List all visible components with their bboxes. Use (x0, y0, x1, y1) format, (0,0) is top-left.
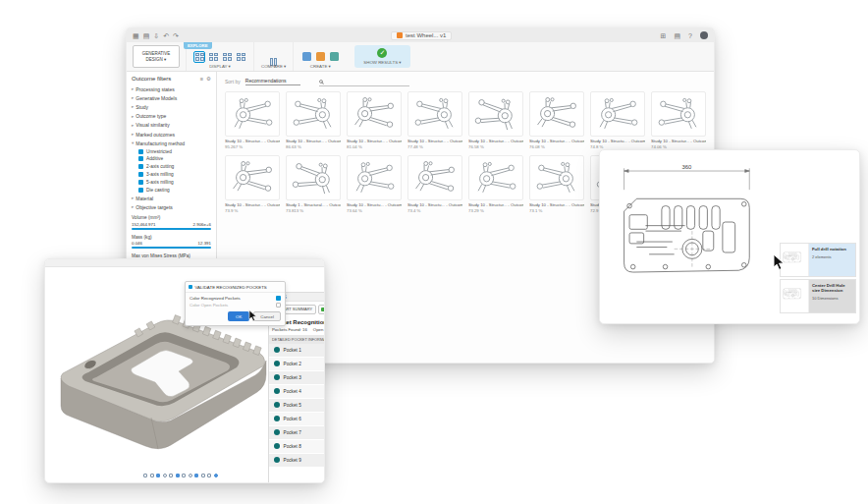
checkbox-checked[interactable] (276, 296, 281, 301)
filter-check-die-casting[interactable]: Die casting (132, 186, 211, 194)
outcome-card[interactable]: Study 10 - Structur... - Outcome 47 76.0… (529, 91, 584, 149)
outcome-card[interactable]: Study 10 - Structur... - Outcome 42 81.0… (347, 91, 402, 149)
display-list-view-icon[interactable] (207, 51, 219, 63)
display-chart-view-icon[interactable] (221, 51, 233, 63)
show-results-button[interactable]: ✓ SHOW RESULTS ▾ (354, 45, 409, 68)
create-table-icon[interactable] (328, 51, 340, 63)
view-navigation-bar[interactable] (143, 474, 218, 477)
filter-item-manufacturing-method[interactable]: ▾Manufacturing method (132, 139, 211, 147)
app-grid-icon[interactable]: ▦ (133, 32, 139, 39)
avatar[interactable] (700, 31, 708, 39)
outcome-card[interactable]: Study 10 - Structu... - Outcome 34 73.64… (347, 155, 402, 213)
checkbox[interactable] (138, 180, 143, 185)
display-group-label[interactable]: DISPLAY ▾ (209, 64, 231, 69)
validate-pockets-dialog[interactable]: VALIDATE RECOGNIZED POCKETS Color Recogn… (185, 281, 286, 326)
workspace-switcher[interactable]: GENERATIVE DESIGN ▾ (133, 45, 180, 68)
file-icon[interactable]: ▤ (143, 32, 150, 39)
filter-slider-volume[interactable]: Volume (mm³) 152,464.9712.906e+6 (132, 215, 211, 230)
document-tab[interactable]: test Wheel... v1 (391, 31, 452, 40)
outcome-thumbnail[interactable] (529, 91, 584, 137)
save-icon[interactable]: ⇩ (153, 32, 159, 39)
outcome-card[interactable]: Study 10 - Structur... - Outcome 48 73.1… (529, 155, 584, 213)
orbit-icon[interactable] (143, 474, 147, 477)
outcome-card[interactable]: Study 10 - Structur... - Outcome 26 73.2… (468, 155, 523, 213)
outcome-thumbnail[interactable] (651, 91, 706, 137)
checkbox[interactable] (138, 156, 143, 161)
checkbox[interactable] (138, 172, 143, 177)
ground-plane-icon[interactable] (207, 474, 211, 477)
display-grid-view-icon[interactable] (193, 51, 205, 63)
filter-item-objective-targets[interactable]: ▸Objective targets (132, 202, 211, 211)
filter-check-unrestricted[interactable]: Unrestricted (132, 147, 211, 155)
range-slider[interactable] (132, 228, 211, 230)
filter-item-processing-states[interactable]: ▸Processing states (132, 84, 211, 93)
pocket-row[interactable]: Pocket 8 (269, 440, 324, 454)
create-design-icon[interactable] (300, 51, 312, 63)
outcome-thumbnail[interactable] (407, 91, 462, 137)
pocket-row[interactable]: Pocket 2 (269, 358, 324, 371)
outcome-thumbnail[interactable] (286, 91, 341, 137)
pocket-row[interactable]: Pocket 4 (269, 385, 324, 399)
pocket-row[interactable]: Pocket 1 (269, 344, 324, 358)
display-table-view-icon[interactable] (235, 51, 246, 63)
filter-check-additive[interactable]: Additive (132, 155, 211, 163)
outcome-thumbnail[interactable] (286, 155, 341, 200)
checkbox[interactable] (138, 149, 143, 154)
extensions-icon[interactable]: ⊞ (661, 32, 667, 39)
outcome-thumbnail[interactable] (529, 155, 584, 200)
effects-icon[interactable] (214, 474, 218, 477)
filter-check-3axis[interactable]: 3-axis milling (132, 171, 211, 179)
look-at-icon[interactable] (150, 474, 154, 477)
filter-item-generative-models[interactable]: ▸Generative Models (132, 93, 211, 102)
grid-settings-icon[interactable] (182, 474, 186, 477)
tab-explore[interactable]: EXPLORE (184, 42, 212, 49)
filter-list-icon[interactable]: ≡ (200, 76, 203, 82)
ok-button[interactable]: OK (228, 311, 249, 321)
zoom-icon[interactable] (163, 474, 167, 477)
checkbox[interactable] (138, 164, 143, 169)
outcome-card[interactable]: Study 10 - Structu... - Outcome 40 74.8 … (590, 91, 645, 149)
range-slider[interactable] (132, 247, 211, 249)
visual-style-icon[interactable] (194, 474, 198, 477)
suggestion-card-drill[interactable]: Full drill notation 2 elements (780, 243, 856, 277)
filter-slider-mass[interactable]: Mass (kg) 0.04612.391 (132, 235, 211, 250)
filter-item-study[interactable]: ▸Study (132, 102, 211, 111)
fit-icon[interactable] (169, 474, 173, 477)
job-status-icon[interactable]: ▤ (674, 32, 680, 39)
outcome-thumbnail[interactable] (347, 91, 402, 137)
tab-pocket-details[interactable]: POCKET DETAILS (318, 305, 324, 314)
outcome-thumbnail[interactable] (468, 155, 523, 200)
create-export-icon[interactable] (314, 51, 326, 63)
outcome-card[interactable]: Study 10 - Structur... - Outcome 28 95.2… (225, 91, 280, 149)
outcome-card[interactable]: Study 10 - Structur... - Outcome 51 74.0… (651, 91, 706, 149)
undo-icon[interactable]: ↶ (163, 32, 169, 39)
outcome-card[interactable]: Study 10 - Structur... - Outcome 62 86.6… (286, 91, 341, 149)
create-group-label[interactable]: CREATE ▾ (310, 64, 331, 69)
outcome-thumbnail[interactable] (347, 155, 402, 200)
pocket-row[interactable]: Pocket 3 (269, 371, 324, 385)
outcome-thumbnail[interactable] (468, 91, 523, 137)
display-settings-icon[interactable] (176, 474, 180, 477)
outcome-card[interactable]: Study 10 - Structu... - Outcome 38 73.4 … (407, 155, 462, 213)
outcome-thumbnail[interactable] (225, 155, 280, 200)
compare-group-label[interactable]: COMPARE ▾ (261, 64, 286, 69)
sort-select[interactable]: Recommendations (245, 78, 300, 85)
outcome-thumbnail[interactable] (407, 155, 462, 200)
outcome-card[interactable]: Study 10 - Structur... - Outcome 41 77.4… (407, 91, 462, 149)
outcome-card[interactable]: Study 1 - Structural... - Outcome 4 73.8… (286, 155, 341, 213)
pocket-row[interactable]: Pocket 6 (269, 413, 324, 426)
pocket-row[interactable]: Pocket 7 (269, 426, 324, 440)
search-input[interactable] (319, 78, 409, 86)
filter-item-visual-similarity[interactable]: ▸Visual similarity (132, 121, 211, 130)
filter-item-outcome-type[interactable]: ▸Outcome type (132, 112, 211, 121)
help-icon[interactable]: ? (688, 32, 692, 39)
pocket-row[interactable]: Pocket 9 (269, 454, 324, 468)
outcome-card[interactable]: Study 10 - Structur... - Outcome 44 76.5… (468, 91, 523, 149)
compare-icon[interactable] (268, 51, 280, 63)
redo-icon[interactable]: ↷ (173, 32, 179, 39)
camera-icon[interactable] (201, 474, 205, 477)
checkbox[interactable] (138, 188, 143, 193)
filter-item-marked-outcomes[interactable]: ▸Marked outcomes (132, 130, 211, 139)
filter-item-material[interactable]: ▸Material (132, 194, 211, 202)
outcome-card[interactable]: Study 10 - Structur... - Outcome 30 73.9… (225, 155, 280, 213)
